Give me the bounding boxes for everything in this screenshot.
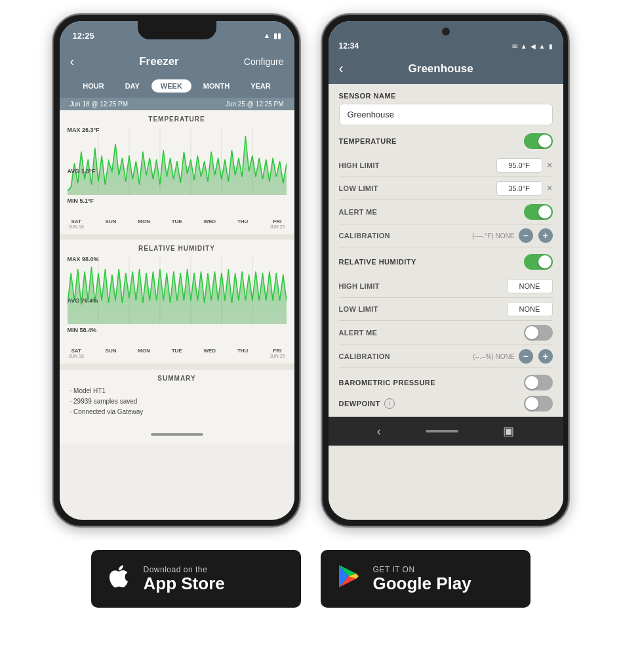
summary-label: SUMMARY xyxy=(70,375,284,382)
low-limit-clear[interactable]: ✕ xyxy=(546,184,553,193)
android-home-button[interactable] xyxy=(426,430,458,432)
time-range-bar: HOUR DAY WEEK MONTH YEAR xyxy=(60,75,294,98)
h-day-sat: SATJUN 18 xyxy=(69,348,84,358)
rh-calibration-plus-button[interactable]: + xyxy=(538,349,553,364)
battery-icon: ▮▮ xyxy=(273,32,281,40)
dewpoint-toggle[interactable] xyxy=(524,396,553,411)
time-week-button[interactable]: WEEK xyxy=(151,79,191,93)
temp-max-label: MAX 26.3°F xyxy=(68,127,100,133)
home-bar xyxy=(151,433,203,436)
time-year-button[interactable]: YEAR xyxy=(241,79,280,93)
h-day-mon: MON xyxy=(138,348,150,358)
rh-calibration-row: CALIBRATION (--.--%) NONE − + xyxy=(339,345,553,368)
calibration-plus-button[interactable]: + xyxy=(538,228,553,243)
alert-me-toggle[interactable] xyxy=(524,204,553,220)
humidity-section-label: RELATIVE HUMIDITY xyxy=(339,258,416,266)
android-recents-button[interactable]: ▣ xyxy=(503,424,514,438)
rh-low-limit-box[interactable]: NONE xyxy=(507,302,553,316)
android-bottom-nav: ‹ ▣ xyxy=(329,417,563,446)
temp-min-label: MIN 5.1°F xyxy=(68,198,94,204)
humidity-toggle-row: RELATIVE HUMIDITY xyxy=(339,254,553,270)
rh-high-limit-box[interactable]: NONE xyxy=(507,279,553,293)
h-day-fri: FRIJUN 25 xyxy=(270,348,285,358)
high-limit-label: HIGH LIMIT xyxy=(339,161,380,169)
high-limit-clear[interactable]: ✕ xyxy=(546,161,553,170)
temperature-chart-section: TEMPERATURE MAX 26.3°F AVG 1.0°F MIN 5.1… xyxy=(60,110,294,234)
dewpoint-toggle-row: DEWPOINT i xyxy=(339,396,553,411)
android-time: 12:34 xyxy=(339,41,359,51)
h-day-tue: TUE xyxy=(172,348,182,358)
sensor-name-input[interactable] xyxy=(339,104,553,125)
rh-calibration-label: CALIBRATION xyxy=(339,352,390,360)
appstore-text: Download on the App Store xyxy=(144,565,225,593)
temperature-toggle[interactable] xyxy=(524,133,553,149)
day-tue: TUE xyxy=(172,219,182,229)
barometric-toggle-row: BAROMETRIC PRESSURE xyxy=(339,375,553,390)
day-wed: WED xyxy=(203,219,216,229)
android-camera-dot xyxy=(442,28,450,35)
humidity-toggle[interactable] xyxy=(524,254,553,270)
low-limit-value: 35.0°F ✕ xyxy=(496,181,553,196)
rh-high-limit-value: NONE xyxy=(507,279,553,293)
android-battery-icon: ▮ xyxy=(549,43,553,50)
back-button[interactable]: ‹ xyxy=(70,54,75,69)
appstore-name-label: App Store xyxy=(144,574,225,593)
humidity-max-label: MAX 98.0% xyxy=(68,256,99,262)
low-limit-label: LOW LIMIT xyxy=(339,184,378,192)
humidity-chart-label: RELATIVE HUMIDITY xyxy=(68,245,287,252)
high-limit-box[interactable]: 95.0°F xyxy=(496,158,542,173)
rh-low-limit-value: NONE xyxy=(507,302,553,316)
calibration-row: CALIBRATION (----.°F) NONE − + xyxy=(339,224,553,247)
summary-connected: · Connected via Gateway xyxy=(70,407,284,417)
humidity-avg-label: AVG 76.4% xyxy=(68,297,98,304)
appstore-badge[interactable]: Download on the App Store xyxy=(91,550,301,608)
summary-section: SUMMARY · Model HT1 · 29939 samples save… xyxy=(60,369,294,425)
android-status-icons: ✉ ▲ ◀ ▲ ▮ xyxy=(512,43,553,50)
iphone-status-bar: 12:25 ▲ ▮▮ xyxy=(60,21,294,50)
android-nav-bar: ‹ Greenhouse xyxy=(329,55,563,84)
dewpoint-info-icon[interactable]: i xyxy=(384,398,395,409)
android-msg-icon: ✉ xyxy=(512,43,517,50)
alert-me-row: ALERT ME xyxy=(339,200,553,224)
googleplay-sub-label: GET IT ON xyxy=(373,565,471,574)
rh-alert-label: ALERT ME xyxy=(339,329,378,337)
high-limit-row: HIGH LIMIT 95.0°F ✕ xyxy=(339,154,553,177)
rh-calibration-text: (--.--%) NONE xyxy=(473,353,514,360)
android-notify-icon: ▲ xyxy=(521,43,527,50)
apple-icon xyxy=(104,562,133,597)
configure-button[interactable]: Configure xyxy=(244,56,284,67)
rh-calibration-value: (--.--%) NONE − + xyxy=(473,349,552,364)
android-back-nav-button[interactable]: ‹ xyxy=(377,425,381,438)
android-back-button[interactable]: ‹ xyxy=(339,60,344,77)
time-day-button[interactable]: DAY xyxy=(116,79,149,93)
chart-divider-1 xyxy=(60,234,294,240)
rh-alert-toggle[interactable] xyxy=(524,325,553,341)
barometric-toggle[interactable] xyxy=(524,375,553,390)
chart-divider-2 xyxy=(60,364,294,369)
time-hour-button[interactable]: HOUR xyxy=(73,79,113,93)
iphone-notch xyxy=(138,21,216,39)
time-month-button[interactable]: MONTH xyxy=(194,79,239,93)
svg-marker-15 xyxy=(68,266,287,324)
android-content-area: SENSOR NAME TEMPERATURE HIGH LIMIT 95.0°… xyxy=(329,84,563,417)
calibration-text: (----.°F) NONE xyxy=(472,232,515,240)
rh-low-limit-row: LOW LIMIT NONE xyxy=(339,298,553,321)
low-limit-box[interactable]: 35.0°F xyxy=(496,181,542,196)
android-camera-area xyxy=(329,21,563,37)
day-thu: THU xyxy=(237,219,248,229)
rh-calibration-controls: − + xyxy=(519,349,553,364)
calibration-minus-button[interactable]: − xyxy=(519,228,533,243)
humidity-chart-section: RELATIVE HUMIDITY MAX 98.0% AVG 76.4% MI… xyxy=(60,240,294,364)
temp-avg-label: AVG 1.0°F xyxy=(68,168,96,175)
day-sun: SUN xyxy=(106,219,117,229)
rh-calibration-minus-button[interactable]: − xyxy=(519,349,533,364)
summary-samples: · 29939 samples saved xyxy=(70,396,284,407)
wifi-icon: ▲ xyxy=(264,32,271,39)
googleplay-badge[interactable]: GET IT ON Google Play xyxy=(321,550,531,608)
h-day-thu: THU xyxy=(237,348,248,358)
iphone-status-icons: ▲ ▮▮ xyxy=(264,32,281,40)
day-mon: MON xyxy=(138,219,150,229)
googleplay-name-label: Google Play xyxy=(373,574,471,593)
day-sat: SATJUN 18 xyxy=(69,219,84,229)
high-limit-value: 95.0°F ✕ xyxy=(496,158,553,173)
